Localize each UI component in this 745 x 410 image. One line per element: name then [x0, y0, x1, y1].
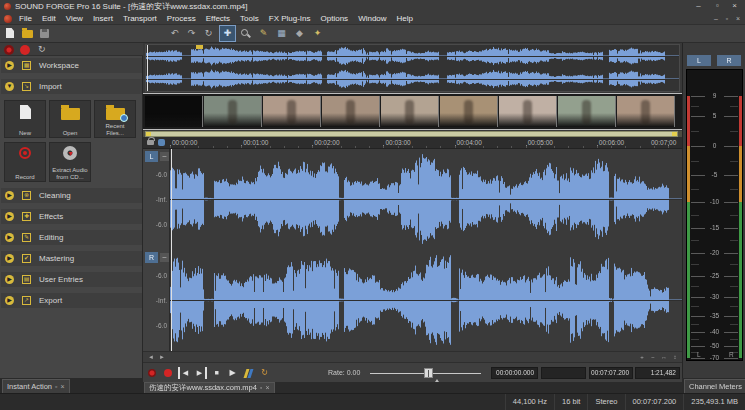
record-trigger-icon[interactable] [146, 367, 159, 379]
play-chain-icon[interactable] [242, 367, 255, 379]
scroll-right-icon[interactable]: ► [157, 353, 167, 362]
menu-transport[interactable]: Transport [118, 13, 162, 25]
channel-l-button[interactable]: L [145, 151, 158, 162]
section-cleaning[interactable]: ▶⊗Cleaning [1, 188, 142, 203]
loop-playback-icon[interactable]: ↻ [258, 367, 271, 379]
expand-icon[interactable]: ▶ [5, 296, 14, 305]
expand-icon[interactable]: ▶ [5, 233, 14, 242]
menu-process[interactable]: Process [162, 13, 201, 25]
restore-icon[interactable]: ▫ [52, 383, 57, 390]
expand-icon[interactable]: ▶ [5, 275, 14, 284]
channel-minimize-button[interactable]: – [160, 253, 169, 262]
save-file-icon[interactable] [37, 26, 52, 41]
record-trigger-icon[interactable] [4, 45, 14, 55]
lock-icon[interactable] [147, 140, 154, 145]
section-mastering[interactable]: ▶✔Mastering [1, 251, 142, 266]
close-icon[interactable]: × [262, 384, 269, 391]
section-effects[interactable]: ▶✚Effects [1, 209, 142, 224]
video-thumbnail[interactable] [381, 96, 439, 127]
collapse-icon[interactable]: ▼ [5, 82, 14, 91]
refresh-icon[interactable]: ↻ [38, 44, 46, 54]
zoom-v-icon[interactable]: ↕ [670, 353, 680, 362]
repeat-icon[interactable]: ↻ [201, 26, 216, 41]
waveform-view[interactable] [170, 149, 682, 250]
menu-effects[interactable]: Effects [201, 13, 235, 25]
stop-icon[interactable]: ■ [210, 367, 223, 379]
video-thumbnail[interactable] [145, 96, 203, 127]
meter-r-button[interactable]: R [717, 55, 741, 66]
go-to-start-icon[interactable]: ◀ [178, 367, 191, 379]
video-thumbnail[interactable] [499, 96, 557, 127]
event-tool-icon[interactable]: ▦ [274, 26, 289, 41]
rate-slider-thumb[interactable] [424, 368, 433, 378]
expand-icon[interactable]: ▶ [5, 212, 14, 221]
menu-fx-plug-ins[interactable]: FX Plug-Ins [264, 13, 316, 25]
record-icon[interactable] [162, 367, 175, 379]
section-workspace[interactable]: ▶▦Workspace [1, 58, 142, 73]
button-recent-files[interactable]: Recent Files... [94, 100, 136, 138]
meter-l-button[interactable]: L [687, 55, 711, 66]
expand-icon[interactable]: ▶ [5, 61, 14, 70]
transport-time-selection[interactable] [541, 367, 586, 379]
menu-help[interactable]: Help [392, 13, 418, 25]
transport-time-end[interactable]: 00:07:07.200 [589, 367, 633, 379]
tab-channel-meters[interactable]: Channel Meters▫ [684, 379, 745, 393]
button-new[interactable]: New [4, 100, 46, 138]
menu-tools[interactable]: Tools [235, 13, 264, 25]
zoom-h-icon[interactable]: ↔ [659, 353, 669, 362]
video-thumbnail[interactable] [204, 96, 262, 127]
transport-time-length[interactable]: 1:21,482 [635, 367, 680, 379]
menu-view[interactable]: View [61, 13, 88, 25]
close-icon[interactable]: × [58, 383, 65, 390]
open-file-icon[interactable] [20, 26, 35, 41]
pencil-tool-icon[interactable]: ✎ [256, 26, 271, 41]
expand-icon[interactable]: ▶ [5, 254, 14, 263]
waveform-canvas-l[interactable] [170, 149, 682, 250]
go-to-end-icon[interactable]: ▶ [194, 367, 207, 379]
navigate-tool-icon[interactable]: ✚ [220, 26, 235, 41]
play-icon[interactable]: ▶ [226, 367, 239, 379]
button-open[interactable]: Open [49, 100, 91, 138]
video-thumbnail[interactable] [617, 96, 675, 127]
zoom-out-time-icon[interactable]: − [648, 353, 658, 362]
time-ruler[interactable]: 00:00:0000:01:0000:02:0000:03:0000:04:00… [143, 137, 682, 149]
undo-icon[interactable]: ↶ [167, 26, 182, 41]
menu-edit[interactable]: Edit [37, 13, 61, 25]
channel-minimize-button[interactable]: – [160, 152, 169, 161]
expand-icon[interactable]: ▶ [5, 191, 14, 200]
mdi-close-icon[interactable]: × [733, 14, 743, 24]
minimize-button[interactable]: – [690, 0, 707, 13]
menu-window[interactable]: Window [353, 13, 391, 25]
menu-file[interactable]: File [14, 13, 37, 25]
restore-button[interactable]: ▫ [709, 0, 726, 13]
snap-icon[interactable] [158, 139, 165, 146]
video-thumbnail[interactable] [263, 96, 321, 127]
record-icon[interactable] [20, 45, 30, 55]
magnify-tool-icon[interactable] [238, 26, 253, 41]
mute-tool-icon[interactable]: ◆ [292, 26, 307, 41]
overview-bar[interactable] [145, 44, 680, 92]
section-user-entries[interactable]: ▶▤User Entries [1, 272, 142, 287]
button-extract-audio-from-cd[interactable]: Extract Audio from CD... [49, 142, 91, 182]
waveform-canvas-r[interactable] [170, 250, 682, 351]
menu-options[interactable]: Options [316, 13, 354, 25]
menu-insert[interactable]: Insert [88, 13, 118, 25]
new-file-icon[interactable] [3, 26, 18, 41]
overview-waveform[interactable] [146, 45, 679, 91]
button-record[interactable]: Record [4, 142, 46, 182]
section-import[interactable]: ▼↘Import [1, 79, 142, 94]
channel-r-button[interactable]: R [145, 252, 158, 263]
touch-tool-icon[interactable]: ✦ [310, 26, 325, 41]
video-strip[interactable] [143, 93, 682, 130]
mdi-restore-icon[interactable]: ▫ [722, 14, 732, 24]
close-button[interactable]: × [726, 0, 743, 13]
scroll-left-icon[interactable]: ◄ [146, 353, 156, 362]
video-thumbnail[interactable] [322, 96, 380, 127]
transport-time-position[interactable]: 00:00:00.000 [491, 367, 538, 379]
zoom-in-time-icon[interactable]: + [637, 353, 647, 362]
mdi-minimize-icon[interactable]: – [711, 14, 721, 24]
section-editing[interactable]: ▶✎Editing [1, 230, 142, 245]
overview-cursor-flag[interactable] [196, 45, 203, 49]
redo-icon[interactable]: ↷ [184, 26, 199, 41]
video-thumbnail[interactable] [440, 96, 498, 127]
